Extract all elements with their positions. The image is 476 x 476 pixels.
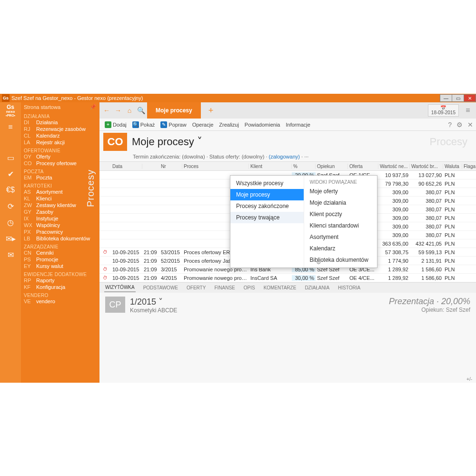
sidebar-item[interactable]: CNCenniki	[24, 249, 97, 256]
tab-bar: ← → ⌂ 🔍 Moje procesy + 📅 18-09-2015 ≡	[99, 102, 476, 119]
sidebar-item[interactable]: LBBiblioteka dokumentów	[24, 235, 97, 242]
detail-tab[interactable]: FINANSE	[213, 284, 236, 292]
rail-timer-icon[interactable]: ◷	[0, 214, 21, 230]
title-bar: Gs Szef Szef na Gestor_nexo - Gestor nex…	[0, 94, 476, 102]
sidebar: Strona startowa📌 DZIAŁANIADIDziałaniaRJR…	[21, 102, 99, 383]
vertical-ghost: Procesy	[85, 169, 96, 207]
rail-card-icon[interactable]: ▭	[0, 149, 21, 166]
detail-tab[interactable]: OFERTY	[186, 284, 207, 292]
sidebar-item[interactable]: RPRaporty	[24, 277, 97, 284]
detail-tab[interactable]: OPIS	[243, 284, 256, 292]
window-title: Szef Szef na Gestor_nexo - Gestor nexo (…	[11, 95, 143, 101]
sidebar-item[interactable]: VEvendero	[24, 298, 97, 305]
magnifier-icon: 🔍	[132, 121, 139, 128]
sidebar-home[interactable]: Strona startowa📌	[21, 102, 99, 111]
sidebar-item[interactable]: COProcesy ofertowe	[24, 160, 97, 167]
dropdown-item[interactable]: Procesy zakończone	[230, 200, 304, 212]
rail-mail-icon[interactable]: ✉	[0, 247, 21, 263]
sidebar-item[interactable]: LARejestr akcji	[24, 139, 97, 146]
date-picker[interactable]: 📅 18-09-2015	[428, 104, 459, 117]
detail-tab[interactable]: WIZYTÓWKA	[104, 283, 136, 292]
icon-rail: Gs nexo •PRO• ≡ ▭ ✔ €$ ⟳ ◷ ✉▸ ✉	[0, 102, 21, 383]
rail-menu-icon[interactable]: ≡	[0, 119, 21, 135]
nav-search-icon[interactable]: 🔍	[136, 105, 146, 116]
dropdown-related-item[interactable]: Moje działania	[304, 197, 377, 208]
dropdown-related-item[interactable]: Biblioteka dokumentów	[304, 254, 377, 266]
nav-fwd-icon[interactable]: →	[113, 105, 123, 116]
column-header[interactable]: Flaga	[462, 164, 476, 169]
column-header[interactable]: Oferta	[348, 164, 378, 169]
tab-active[interactable]: Moje procesy	[147, 102, 201, 119]
hamburger-icon[interactable]: ≡	[463, 106, 473, 115]
detail-name: Kosmetyki ABCDE	[130, 307, 177, 314]
view-title-dropdown[interactable]: Moje procesy ˅	[132, 136, 202, 148]
detail-tab[interactable]: DZIAŁANIA	[304, 284, 330, 292]
dropdown-related-item[interactable]: Moje oferty	[304, 186, 377, 197]
rail-check-icon[interactable]: ✔	[0, 166, 21, 182]
table-row[interactable]: ⏱10-09-201521:094/2015Promowanie nowego …	[99, 274, 476, 282]
detail-stage: Prezentacja · 20,00%	[389, 297, 470, 307]
sidebar-group-header: VENDERO	[24, 291, 97, 298]
detail-tab[interactable]: KOMENTARZE	[263, 284, 298, 292]
column-header[interactable]: Opiekun	[316, 164, 348, 169]
rail-clock-arrow-icon[interactable]: ⟳	[0, 198, 21, 214]
toolbar-ops[interactable]: Operacje	[190, 121, 216, 129]
filter-bar[interactable]: Termin zakończenia: (dowolna) · Status o…	[99, 153, 476, 161]
sidebar-item[interactable]: PXPracownicy	[24, 228, 97, 235]
column-header[interactable]: Wartość br...	[410, 164, 443, 169]
sidebar-item[interactable]: DIDziałania	[24, 119, 97, 126]
sidebar-item[interactable]: WXWspólnicy	[24, 222, 97, 228]
sidebar-group-header: ZARZĄDZANIE	[24, 243, 97, 249]
toolbar-realize[interactable]: Zrealizuj	[217, 121, 241, 129]
dropdown-item[interactable]: Moje procesy	[230, 189, 304, 200]
dropdown-related-item[interactable]: Asortyment	[304, 231, 377, 243]
toolbar-show[interactable]: 🔍Pokaż	[130, 120, 158, 129]
toolbar-info[interactable]: Informacje	[283, 121, 312, 129]
dropdown-related-item[interactable]: Klient poczty	[304, 208, 377, 220]
pin-icon[interactable]: 📌	[90, 104, 97, 110]
sidebar-item[interactable]: OYOferty	[24, 153, 97, 160]
app-logo-icon: Gs	[2, 94, 10, 102]
detail-tab[interactable]: PODSTAWOWE	[142, 284, 179, 292]
sidebar-item[interactable]: GYZasoby	[24, 208, 97, 215]
detail-tabs: WIZYTÓWKAPODSTAWOWEOFERTYFINANSEOPISKOME…	[99, 282, 476, 293]
detail-tab[interactable]: HISTORIA	[337, 284, 361, 292]
dropdown-item[interactable]: Procesy trwające	[230, 212, 304, 223]
toolbar-add[interactable]: +Dodaj	[102, 120, 129, 129]
dropdown-related-item[interactable]: Klienci standardowi	[304, 220, 377, 231]
column-header[interactable]: Wartość ne...	[378, 164, 410, 169]
close-button[interactable]: ✕	[464, 94, 476, 102]
sidebar-item[interactable]: RJRezerwacje zasobów	[24, 126, 97, 132]
column-header[interactable]: Data	[111, 164, 142, 169]
dropdown-gear-icon[interactable]: ⚙	[316, 259, 321, 266]
nav-back-icon[interactable]: ←	[101, 105, 112, 116]
expand-toggle[interactable]: +/-	[99, 376, 476, 383]
detail-number[interactable]: 1/2015 ˅	[130, 297, 177, 307]
nav-home-icon[interactable]: ⌂	[124, 105, 135, 116]
dropdown-related-item[interactable]: Kalendarz	[304, 243, 377, 254]
column-header[interactable]: Proces	[182, 164, 249, 169]
tab-add-icon[interactable]: +	[202, 106, 220, 116]
sidebar-item[interactable]: IXInstytucje	[24, 215, 97, 222]
sidebar-item[interactable]: CLKalendarz	[24, 132, 97, 139]
detail-owner: Opiekun: Szef Szef	[389, 307, 470, 313]
sidebar-item[interactable]: EYKursy walut	[24, 263, 97, 269]
toolbar-edit[interactable]: ✎Popraw	[158, 120, 188, 129]
maximize-button[interactable]: ▭	[452, 94, 464, 102]
column-header[interactable]: Waluta	[443, 164, 462, 169]
toolbar-notif[interactable]: Powiadomienia	[242, 121, 283, 129]
close-panel-icon[interactable]: ✕	[467, 121, 473, 129]
gear-icon[interactable]: ⚙	[456, 121, 463, 129]
dropdown-item[interactable]: Wszystkie procesy	[230, 178, 304, 189]
help-icon[interactable]: ?	[448, 121, 452, 129]
filter-user-link[interactable]: (zalogowany)	[269, 154, 300, 159]
sidebar-item[interactable]: KFKonfiguracja	[24, 284, 97, 290]
sidebar-item[interactable]: PSPromocje	[24, 256, 97, 263]
minimize-button[interactable]: —	[440, 94, 452, 102]
column-header[interactable]: Klient	[249, 164, 292, 169]
rail-currency-icon[interactable]: €$	[0, 182, 21, 198]
column-header[interactable]: %	[292, 164, 316, 169]
plus-icon: +	[105, 121, 111, 128]
column-header[interactable]: Nr	[159, 164, 182, 169]
rail-mail-out-icon[interactable]: ✉▸	[0, 230, 21, 247]
